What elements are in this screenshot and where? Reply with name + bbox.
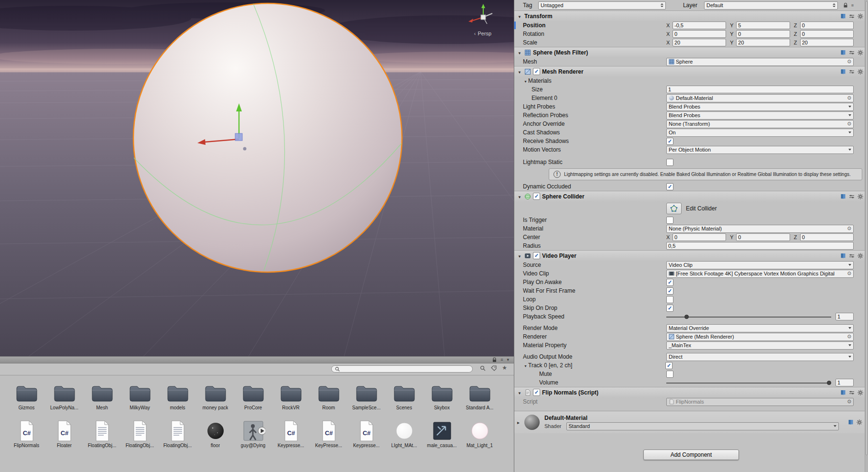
help-book-icon[interactable] — [840, 13, 846, 19]
project-folder[interactable]: Standard A... — [461, 382, 499, 410]
slider-knob[interactable] — [827, 381, 831, 385]
script-field[interactable]: FlipNormals — [666, 398, 854, 406]
scrollbar-thumb[interactable] — [866, 1, 868, 455]
favorites-star-icon[interactable] — [502, 366, 507, 371]
video-player-enabled-checkbox[interactable]: ✓ — [533, 252, 540, 259]
project-file[interactable]: male_casua... — [423, 420, 461, 448]
transform-header[interactable]: Transform — [514, 11, 868, 21]
help-book-icon[interactable] — [840, 390, 846, 395]
project-folder[interactable]: money pack — [196, 382, 234, 410]
add-component-button[interactable]: Add Component — [643, 450, 739, 460]
audio-output-dropdown[interactable]: Direct — [666, 353, 854, 361]
foldout-icon[interactable] — [517, 193, 522, 200]
scale-x-field[interactable] — [673, 39, 726, 46]
object-picker-icon[interactable] — [847, 59, 851, 64]
search-by-label-icon[interactable] — [491, 365, 497, 371]
dynamic-occluded-checkbox[interactable]: ✓ — [666, 183, 673, 190]
rotation-z-field[interactable] — [800, 30, 854, 38]
project-file[interactable]: C#FlipNormals — [8, 420, 45, 448]
gear-icon[interactable] — [857, 13, 863, 19]
scale-z-field[interactable] — [800, 39, 854, 46]
tab-dropdown-icon[interactable] — [507, 358, 509, 362]
object-picker-icon[interactable] — [847, 121, 851, 126]
foldout-icon[interactable] — [523, 77, 528, 84]
orientation-gizmo[interactable] — [466, 3, 499, 31]
rotation-x-field[interactable] — [673, 30, 726, 38]
foldout-icon[interactable] — [517, 49, 522, 56]
physic-material-field[interactable]: None (Physic Material) — [666, 225, 854, 233]
anchor-override-field[interactable]: None (Transform) — [666, 120, 854, 128]
project-file[interactable]: FloatingObj... — [159, 420, 196, 448]
project-folder[interactable]: MilkyWay — [121, 382, 159, 410]
project-file[interactable]: FloatingObj... — [83, 420, 121, 448]
gear-icon[interactable] — [857, 69, 863, 75]
flip-normals-enabled-checkbox[interactable]: ✓ — [533, 389, 540, 396]
menu-icon[interactable] — [851, 3, 854, 8]
object-picker-icon[interactable] — [847, 271, 851, 276]
rotation-y-field[interactable] — [736, 30, 790, 38]
render-mode-dropdown[interactable]: Material Override — [666, 324, 854, 332]
project-file[interactable]: floor — [196, 420, 234, 448]
project-folder[interactable]: ProCore — [234, 382, 272, 410]
object-picker-icon[interactable] — [847, 334, 851, 339]
mesh-filter-header[interactable]: Sphere (Mesh Filter) — [514, 47, 868, 57]
position-x-field[interactable] — [673, 22, 726, 29]
center-z-field[interactable] — [800, 233, 854, 241]
motion-vectors-dropdown[interactable]: Per Object Motion — [666, 146, 854, 154]
playback-speed-field[interactable] — [835, 313, 854, 320]
object-picker-icon[interactable] — [847, 96, 851, 100]
gear-icon[interactable] — [857, 419, 862, 425]
materials-size-field[interactable] — [666, 86, 854, 93]
skip-on-drop-checkbox[interactable]: ✓ — [666, 305, 673, 312]
renderer-field[interactable]: Sphere (Mesh Renderer) — [666, 333, 854, 341]
project-folder[interactable]: RockVR — [272, 382, 310, 410]
material-foldout-icon[interactable] — [517, 419, 520, 426]
wait-first-frame-checkbox[interactable]: ✓ — [666, 287, 673, 295]
foldout-icon[interactable] — [517, 13, 522, 20]
project-file[interactable]: C#Floater — [45, 420, 83, 448]
help-book-icon[interactable] — [840, 253, 846, 259]
project-file[interactable]: C#Keypresse... — [272, 420, 310, 448]
project-file[interactable]: Mat_Light_1 — [461, 420, 499, 448]
is-trigger-checkbox[interactable] — [666, 217, 673, 224]
project-folder[interactable]: LowPolyNa... — [45, 382, 83, 410]
lock-icon[interactable] — [843, 2, 848, 8]
lock-icon[interactable] — [492, 357, 497, 362]
presets-icon[interactable] — [849, 194, 855, 199]
search-by-type-icon[interactable] — [480, 365, 486, 371]
mesh-object-field[interactable]: Sphere — [666, 58, 854, 66]
gear-icon[interactable] — [857, 194, 863, 199]
foldout-icon[interactable] — [517, 252, 522, 259]
cast-shadows-dropdown[interactable]: On — [666, 129, 854, 137]
playback-speed-slider[interactable] — [666, 313, 831, 320]
lightmap-static-checkbox[interactable] — [666, 159, 673, 166]
object-picker-icon[interactable] — [847, 226, 851, 231]
position-z-field[interactable] — [800, 22, 854, 29]
perspective-toggle[interactable]: Persp — [465, 31, 500, 36]
foldout-icon[interactable] — [517, 68, 522, 75]
receive-shadows-checkbox[interactable]: ✓ — [666, 138, 673, 145]
project-folder[interactable]: SampleSce... — [347, 382, 385, 410]
gear-icon[interactable] — [857, 253, 863, 259]
center-x-field[interactable] — [673, 233, 726, 241]
video-clip-field[interactable]: [Free Stock Footage 4K] Cyberspace Vorte… — [666, 270, 854, 278]
project-file[interactable]: LIght_MAt... — [385, 420, 423, 448]
foldout-icon[interactable] — [517, 389, 522, 396]
scale-y-field[interactable] — [736, 39, 790, 46]
mesh-renderer-enabled-checkbox[interactable]: ✓ — [533, 68, 540, 75]
mute-checkbox[interactable] — [666, 371, 673, 378]
help-book-icon[interactable] — [840, 69, 846, 75]
presets-icon[interactable] — [849, 50, 855, 55]
search-input[interactable] — [342, 366, 469, 373]
edit-collider-button[interactable] — [666, 203, 682, 214]
materials-row[interactable]: Materials — [514, 77, 868, 85]
inspector-scrollbar[interactable] — [865, 0, 868, 472]
presets-icon[interactable] — [849, 69, 855, 75]
loop-checkbox[interactable] — [666, 296, 673, 303]
project-folder[interactable]: Mesh — [83, 382, 121, 410]
sphere-collider-enabled-checkbox[interactable]: ✓ — [533, 193, 540, 200]
project-file[interactable]: FloatingObj... — [121, 420, 159, 448]
position-y-field[interactable] — [736, 22, 790, 29]
foldout-icon[interactable] — [523, 362, 528, 369]
help-book-icon[interactable] — [848, 419, 854, 425]
